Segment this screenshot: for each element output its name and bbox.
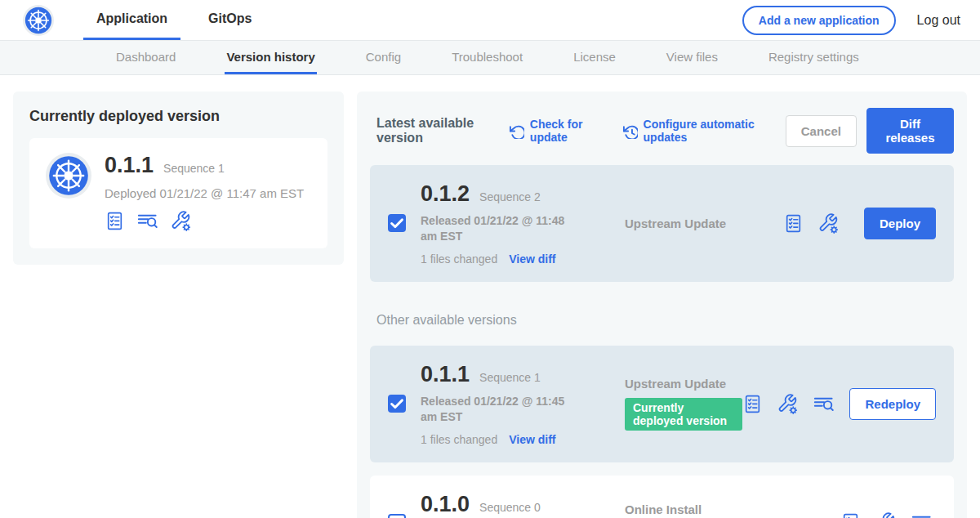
configure-automatic-updates-link[interactable]: Configure automatic updates bbox=[622, 118, 761, 144]
released-timestamp: Released 01/21/22 @ 11:48 am EST bbox=[421, 213, 576, 244]
diff-select-checkbox[interactable] bbox=[388, 514, 406, 518]
deploy-logs-icon[interactable] bbox=[813, 393, 835, 415]
sequence-label: Sequence 2 bbox=[479, 190, 541, 203]
tab-config[interactable]: Config bbox=[364, 41, 403, 74]
tab-view-files[interactable]: View files bbox=[665, 41, 719, 74]
view-diff-link[interactable]: View diff bbox=[509, 433, 555, 446]
version-source-label: Online Install bbox=[625, 502, 840, 516]
tab-registry-settings[interactable]: Registry settings bbox=[767, 41, 861, 74]
kubernetes-logo-icon bbox=[23, 5, 54, 36]
latest-version-title: Latest available version bbox=[376, 116, 491, 145]
preflight-checks-icon[interactable] bbox=[742, 394, 763, 414]
app-nav-tabs: Application GitOps bbox=[83, 0, 279, 40]
preflight-checks-icon[interactable] bbox=[783, 213, 804, 234]
check-for-update-link[interactable]: Check for update bbox=[509, 118, 598, 144]
top-nav: Application GitOps Add a new application… bbox=[0, 0, 980, 41]
version-number: 0.1.2 bbox=[421, 181, 470, 207]
deployed-version-card: 0.1.1 Sequence 1 Deployed 01/21/22 @ 11:… bbox=[29, 138, 327, 248]
sequence-label: Sequence 1 bbox=[479, 371, 541, 384]
deploy-logs-icon[interactable] bbox=[136, 210, 158, 232]
redeploy-button[interactable]: Redeploy bbox=[849, 388, 936, 420]
released-timestamp: Released 01/21/22 @ 11:45 am EST bbox=[421, 394, 576, 425]
currently-deployed-panel: Currently deployed version 0.1.1 Sequenc… bbox=[13, 92, 344, 265]
version-row-0-1-1: 0.1.1 Sequence 1 Released 01/21/22 @ 11:… bbox=[370, 346, 954, 462]
version-number: 0.1.0 bbox=[421, 492, 470, 517]
deployed-sequence-label: Sequence 1 bbox=[163, 162, 225, 175]
diff-select-checkbox[interactable] bbox=[388, 214, 406, 232]
version-history-panel: Latest available version Check for updat… bbox=[357, 92, 967, 518]
tab-gitops[interactable]: GitOps bbox=[195, 0, 265, 40]
kubernetes-app-icon bbox=[46, 153, 91, 199]
tab-dashboard[interactable]: Dashboard bbox=[114, 41, 177, 74]
tab-license[interactable]: License bbox=[572, 41, 617, 74]
tab-application[interactable]: Application bbox=[83, 0, 180, 40]
deploy-button[interactable]: Deploy bbox=[864, 208, 936, 239]
diff-select-checkbox[interactable] bbox=[388, 395, 406, 413]
deployed-timestamp: Deployed 01/21/22 @ 11:47 am EST bbox=[105, 186, 304, 200]
schedule-update-icon bbox=[622, 123, 638, 139]
preflight-checks-icon[interactable] bbox=[840, 512, 861, 518]
version-source-label: Upstream Update bbox=[625, 217, 783, 230]
latest-version-header: Latest available version Check for updat… bbox=[370, 105, 954, 165]
refresh-icon bbox=[509, 123, 524, 139]
edit-config-icon[interactable] bbox=[777, 393, 799, 415]
version-row-0-1-2: 0.1.2 Sequence 2 Released 01/21/22 @ 11:… bbox=[370, 165, 954, 282]
cancel-button[interactable]: Cancel bbox=[786, 115, 857, 147]
main-content: Currently deployed version 0.1.1 Sequenc… bbox=[0, 75, 980, 518]
view-config-icon[interactable] bbox=[875, 511, 897, 518]
files-changed-label: 1 files changed bbox=[421, 252, 497, 266]
other-versions-heading: Other available versions bbox=[376, 313, 954, 328]
tab-version-history[interactable]: Version history bbox=[225, 41, 316, 74]
currently-deployed-badge: Currently deployed version bbox=[625, 398, 742, 431]
add-new-application-button[interactable]: Add a new application bbox=[742, 6, 896, 35]
currently-deployed-title: Currently deployed version bbox=[29, 108, 327, 125]
deploy-logs-icon[interactable] bbox=[911, 511, 933, 518]
files-changed-label: 1 files changed bbox=[421, 433, 497, 446]
sequence-label: Sequence 0 bbox=[479, 501, 541, 514]
version-row-0-1-0: 0.1.0 Sequence 0 Released 01/20/22 @ 03:… bbox=[370, 476, 954, 518]
version-number: 0.1.1 bbox=[421, 362, 470, 387]
app-sub-nav: Dashboard Version history Config Trouble… bbox=[0, 41, 980, 75]
deployed-version-number: 0.1.1 bbox=[105, 153, 154, 178]
preflight-checks-icon[interactable] bbox=[105, 211, 125, 231]
version-source-label: Upstream Update bbox=[625, 377, 742, 391]
view-diff-link[interactable]: View diff bbox=[509, 252, 555, 266]
diff-releases-button[interactable]: Diff releases bbox=[866, 108, 954, 154]
edit-config-icon[interactable] bbox=[170, 210, 192, 232]
edit-config-icon[interactable] bbox=[817, 212, 840, 234]
tab-troubleshoot[interactable]: Troubleshoot bbox=[450, 41, 524, 74]
logout-button[interactable]: Log out bbox=[917, 13, 960, 28]
